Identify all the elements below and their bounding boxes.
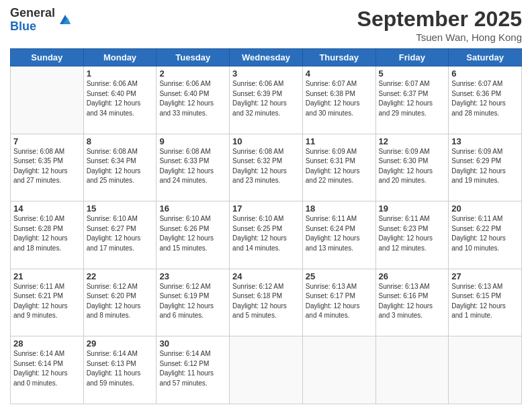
day-number: 21 [13,271,81,281]
day-info: Sunrise: 6:08 AM Sunset: 6:35 PM Dayligh… [13,147,81,186]
calendar-cell: 30Sunrise: 6:14 AM Sunset: 6:12 PM Dayli… [157,336,230,404]
title-section: September 2025 Tsuen Wan, Hong Kong [357,7,522,43]
day-header: Monday [83,49,157,66]
calendar-cell: 28Sunrise: 6:14 AM Sunset: 6:14 PM Dayli… [11,336,84,404]
calendar-cell [230,336,303,404]
day-info: Sunrise: 6:10 AM Sunset: 6:28 PM Dayligh… [13,214,81,253]
day-number: 14 [13,203,81,214]
logo: General Blue [10,7,73,34]
day-number: 19 [379,203,446,214]
calendar-cell: 5Sunrise: 6:07 AM Sunset: 6:37 PM Daylig… [375,66,449,134]
day-number: 15 [87,203,154,214]
day-number: 7 [13,136,81,146]
day-info: Sunrise: 6:09 AM Sunset: 6:29 PM Dayligh… [451,147,519,186]
day-number: 23 [159,271,226,281]
day-header: Sunday [11,49,84,66]
day-info: Sunrise: 6:06 AM Sunset: 6:39 PM Dayligh… [232,79,300,118]
calendar-cell: 27Sunrise: 6:13 AM Sunset: 6:15 PM Dayli… [449,269,522,336]
day-info: Sunrise: 6:13 AM Sunset: 6:17 PM Dayligh… [306,282,373,321]
day-number: 3 [232,68,300,79]
calendar-cell: 21Sunrise: 6:11 AM Sunset: 6:21 PM Dayli… [11,269,84,336]
day-info: Sunrise: 6:10 AM Sunset: 6:27 PM Dayligh… [87,214,154,253]
day-number: 12 [379,136,446,146]
calendar-week-row: 21Sunrise: 6:11 AM Sunset: 6:21 PM Dayli… [11,269,522,336]
calendar-cell: 9Sunrise: 6:08 AM Sunset: 6:33 PM Daylig… [157,134,230,201]
day-header: Thursday [302,49,375,66]
day-info: Sunrise: 6:08 AM Sunset: 6:32 PM Dayligh… [232,147,300,186]
calendar-cell: 14Sunrise: 6:10 AM Sunset: 6:28 PM Dayli… [11,201,84,269]
day-number: 1 [87,68,154,79]
calendar-week-row: 14Sunrise: 6:10 AM Sunset: 6:28 PM Dayli… [11,201,522,269]
day-number: 13 [451,136,519,146]
day-header: Saturday [449,49,522,66]
header: General Blue September 2025 Tsuen Wan, H… [10,7,522,43]
day-number: 11 [306,136,373,146]
calendar-cell [449,336,522,404]
day-info: Sunrise: 6:11 AM Sunset: 6:22 PM Dayligh… [451,214,519,253]
calendar-cell: 12Sunrise: 6:09 AM Sunset: 6:30 PM Dayli… [375,134,449,201]
day-info: Sunrise: 6:10 AM Sunset: 6:26 PM Dayligh… [159,214,226,253]
calendar-cell: 3Sunrise: 6:06 AM Sunset: 6:39 PM Daylig… [230,66,303,134]
location: Tsuen Wan, Hong Kong [357,32,522,43]
calendar-week-row: 7Sunrise: 6:08 AM Sunset: 6:35 PM Daylig… [11,134,522,201]
logo-general: General [10,7,55,20]
day-info: Sunrise: 6:08 AM Sunset: 6:34 PM Dayligh… [87,147,154,186]
day-info: Sunrise: 6:06 AM Sunset: 6:40 PM Dayligh… [159,79,226,118]
day-number: 10 [232,136,300,146]
day-number: 5 [379,68,446,79]
calendar-cell: 22Sunrise: 6:12 AM Sunset: 6:20 PM Dayli… [83,269,157,336]
day-number: 20 [451,203,519,214]
day-info: Sunrise: 6:12 AM Sunset: 6:18 PM Dayligh… [232,282,300,321]
calendar-cell: 15Sunrise: 6:10 AM Sunset: 6:27 PM Dayli… [83,201,157,269]
day-info: Sunrise: 6:06 AM Sunset: 6:40 PM Dayligh… [87,79,154,118]
day-info: Sunrise: 6:07 AM Sunset: 6:37 PM Dayligh… [379,79,446,118]
day-number: 18 [306,203,373,214]
calendar-cell: 26Sunrise: 6:13 AM Sunset: 6:16 PM Dayli… [375,269,449,336]
day-number: 2 [159,68,226,79]
calendar-cell: 8Sunrise: 6:08 AM Sunset: 6:34 PM Daylig… [83,134,157,201]
calendar-cell: 19Sunrise: 6:11 AM Sunset: 6:23 PM Dayli… [375,201,449,269]
calendar-table: SundayMondayTuesdayWednesdayThursdayFrid… [10,48,522,404]
calendar-cell [11,66,84,134]
calendar-cell [302,336,375,404]
day-number: 27 [451,271,519,281]
day-info: Sunrise: 6:08 AM Sunset: 6:33 PM Dayligh… [159,147,226,186]
calendar-cell: 29Sunrise: 6:14 AM Sunset: 6:13 PM Dayli… [83,336,157,404]
calendar-cell: 25Sunrise: 6:13 AM Sunset: 6:17 PM Dayli… [302,269,375,336]
day-number: 17 [232,203,300,214]
day-number: 25 [306,271,373,281]
day-number: 22 [87,271,154,281]
day-info: Sunrise: 6:13 AM Sunset: 6:16 PM Dayligh… [379,282,446,321]
calendar-cell: 10Sunrise: 6:08 AM Sunset: 6:32 PM Dayli… [230,134,303,201]
calendar-cell: 18Sunrise: 6:11 AM Sunset: 6:24 PM Dayli… [302,201,375,269]
day-info: Sunrise: 6:14 AM Sunset: 6:13 PM Dayligh… [87,349,154,388]
calendar-week-row: 1Sunrise: 6:06 AM Sunset: 6:40 PM Daylig… [11,66,522,134]
calendar-cell: 20Sunrise: 6:11 AM Sunset: 6:22 PM Dayli… [449,201,522,269]
day-number: 8 [87,136,154,146]
calendar-cell: 16Sunrise: 6:10 AM Sunset: 6:26 PM Dayli… [157,201,230,269]
day-info: Sunrise: 6:10 AM Sunset: 6:25 PM Dayligh… [232,214,300,253]
calendar-cell: 2Sunrise: 6:06 AM Sunset: 6:40 PM Daylig… [157,66,230,134]
calendar-cell: 6Sunrise: 6:07 AM Sunset: 6:36 PM Daylig… [449,66,522,134]
day-info: Sunrise: 6:11 AM Sunset: 6:24 PM Dayligh… [306,214,373,253]
calendar-cell: 23Sunrise: 6:12 AM Sunset: 6:19 PM Dayli… [157,269,230,336]
calendar-cell: 4Sunrise: 6:07 AM Sunset: 6:38 PM Daylig… [302,66,375,134]
logo-blue: Blue [10,20,55,34]
calendar-cell: 11Sunrise: 6:09 AM Sunset: 6:31 PM Dayli… [302,134,375,201]
day-info: Sunrise: 6:12 AM Sunset: 6:19 PM Dayligh… [159,282,226,321]
day-number: 29 [87,338,154,349]
day-header: Wednesday [230,49,303,66]
day-info: Sunrise: 6:14 AM Sunset: 6:14 PM Dayligh… [13,349,81,388]
calendar-week-row: 28Sunrise: 6:14 AM Sunset: 6:14 PM Dayli… [11,336,522,404]
page: General Blue September 2025 Tsuen Wan, H… [0,0,532,411]
day-info: Sunrise: 6:11 AM Sunset: 6:23 PM Dayligh… [379,214,446,253]
day-info: Sunrise: 6:14 AM Sunset: 6:12 PM Dayligh… [159,349,226,388]
day-info: Sunrise: 6:11 AM Sunset: 6:21 PM Dayligh… [13,282,81,321]
day-number: 9 [159,136,226,146]
calendar-cell: 13Sunrise: 6:09 AM Sunset: 6:29 PM Dayli… [449,134,522,201]
calendar-cell: 17Sunrise: 6:10 AM Sunset: 6:25 PM Dayli… [230,201,303,269]
day-number: 4 [306,68,373,79]
month-title: September 2025 [357,7,522,32]
day-number: 16 [159,203,226,214]
calendar-cell: 1Sunrise: 6:06 AM Sunset: 6:40 PM Daylig… [83,66,157,134]
